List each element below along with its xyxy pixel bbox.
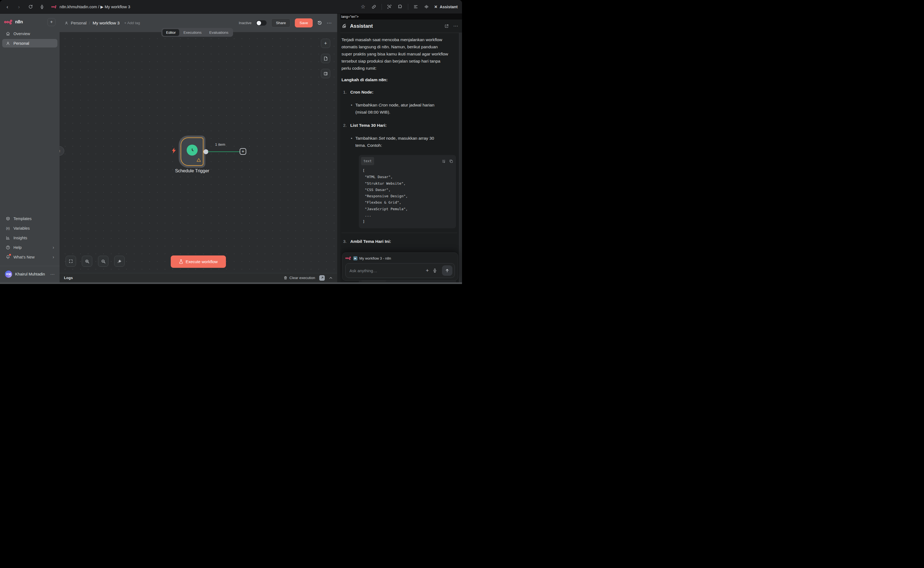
clock-icon: [187, 145, 198, 156]
add-tag-button[interactable]: + Add tag: [124, 21, 140, 25]
titlebar-separator: [381, 4, 382, 10]
screenshot-search-icon[interactable]: [387, 4, 393, 10]
active-status-label: Inactive: [239, 21, 252, 25]
add-node-button[interactable]: +: [321, 39, 330, 48]
sidebar-item-variables[interactable]: (x) Variables: [2, 224, 57, 233]
fit-view-button[interactable]: [66, 256, 76, 267]
bullet-text: Tambahkan: [355, 136, 378, 140]
assistant-step: 2. List Tema 30 Hari:: [342, 122, 457, 129]
bullet-em: Cron: [378, 103, 388, 107]
sidebar-item-personal[interactable]: Personal: [2, 39, 57, 47]
back-icon[interactable]: ‹: [5, 4, 11, 10]
zoom-out-button[interactable]: [98, 256, 109, 267]
breadcrumb-project[interactable]: Personal: [71, 21, 86, 25]
sidebar-item-templates[interactable]: Templates: [2, 214, 57, 223]
assistant-menu-icon[interactable]: ⋯: [453, 23, 458, 29]
user-menu[interactable]: KM Khairul Muhtadin ⋯: [2, 269, 57, 279]
tab-evaluations[interactable]: Evaluations: [206, 29, 232, 36]
n8n-favicon: [51, 4, 57, 10]
code-content[interactable]: [ "HTML Dasar", "Struktur Website", "CSS…: [359, 166, 456, 228]
connection-line: [208, 151, 240, 152]
assistant-scrollbar[interactable]: [459, 33, 462, 282]
sidebar-item-label: Help: [14, 245, 22, 250]
sidebar-item-insights[interactable]: Insights: [2, 234, 57, 242]
sidebar-item-label: What’s New: [14, 255, 35, 259]
toggle-panel-button[interactable]: [321, 69, 330, 78]
open-in-new-icon[interactable]: [445, 24, 449, 28]
flask-icon: [179, 259, 183, 264]
sidebar-item-whats-new[interactable]: What’s New ›: [2, 253, 57, 261]
address-bar[interactable]: n8n.khmuhtadin.com / ▶ My workflow 3: [51, 4, 130, 10]
wrap-lines-icon[interactable]: [442, 159, 446, 163]
clear-execution-button[interactable]: Clear execution: [284, 276, 315, 280]
send-button[interactable]: [442, 265, 452, 276]
share-button[interactable]: Share: [271, 18, 290, 27]
add-sticky-note-button[interactable]: [321, 54, 330, 63]
arrow-up-icon: [445, 268, 449, 273]
workflow-canvas[interactable]: ‹ +: [60, 32, 337, 273]
logs-bar[interactable]: Logs Clear execution: [60, 273, 337, 282]
node-selection-halo: [179, 136, 205, 168]
tidy-up-icon: [117, 259, 122, 264]
context-chip[interactable]: ▶ My workflow 3 - n8n: [345, 255, 455, 261]
toggle-knob: [257, 21, 261, 25]
user-name: Khairul Muhtadin: [15, 272, 45, 276]
sidebar-item-label: Templates: [14, 216, 32, 221]
assistant-input-box: +: [345, 263, 455, 278]
forward-icon[interactable]: ›: [16, 4, 22, 10]
box-icon: [6, 216, 10, 221]
bookmark-star-icon[interactable]: ☆: [360, 4, 366, 10]
workflow-menu-icon[interactable]: ⋯: [327, 20, 332, 26]
sidebar-item-label: Overview: [14, 32, 30, 36]
tab-executions[interactable]: Executions: [180, 29, 205, 36]
reload-icon[interactable]: [27, 4, 33, 10]
add-connected-node-button[interactable]: +: [240, 148, 246, 155]
tab-editor[interactable]: Editor: [162, 29, 179, 36]
bullet-text: Tambahkan: [355, 103, 378, 107]
sidebar-collapse-handle[interactable]: ‹: [60, 146, 64, 156]
node-schedule-trigger[interactable]: [181, 137, 203, 166]
home-icon: [6, 31, 10, 36]
breadcrumb-separator: /: [89, 21, 90, 25]
copy-link-icon[interactable]: [371, 4, 377, 10]
sidebar-item-label: Variables: [14, 226, 30, 231]
tidy-up-button[interactable]: [114, 256, 125, 267]
voice-waveform-icon[interactable]: [423, 4, 429, 10]
page-scrollbar-gutter[interactable]: [337, 14, 340, 282]
attach-plus-icon[interactable]: +: [426, 267, 429, 273]
microphone-icon[interactable]: [433, 268, 437, 273]
microphone-icon[interactable]: [39, 4, 45, 10]
active-toggle[interactable]: [256, 20, 267, 26]
sidebar-item-help[interactable]: Help ›: [2, 243, 57, 252]
new-workflow-button[interactable]: +: [47, 18, 56, 26]
open-logs-popout-icon[interactable]: [319, 275, 325, 281]
save-button[interactable]: Save: [295, 18, 313, 27]
assistant-toggle-button[interactable]: ✕ Assistant: [434, 5, 458, 9]
bullet-icon: •: [351, 135, 352, 149]
workflow-title[interactable]: My workflow 3: [92, 21, 119, 26]
reader-mode-icon[interactable]: [413, 4, 419, 10]
dom-overlay-text: lang="en">: [340, 15, 358, 19]
user-options-icon[interactable]: ⋯: [50, 272, 54, 277]
n8n-logo[interactable]: n8n: [4, 20, 23, 24]
execute-workflow-button[interactable]: Execute workflow: [171, 255, 226, 268]
sidebar-item-overview[interactable]: Overview: [2, 29, 57, 38]
sidebar-item-label: Insights: [14, 236, 27, 240]
zoom-out-icon: [101, 259, 106, 264]
assistant-input[interactable]: [349, 268, 426, 273]
help-circle-icon: [6, 245, 10, 250]
zoom-in-button[interactable]: [82, 256, 92, 267]
step-number: 1.: [342, 89, 348, 96]
copy-icon[interactable]: [449, 159, 453, 163]
history-icon[interactable]: [317, 20, 322, 26]
assistant-panel: lang="en"> Assistant ⋯ Terjadi masalah s…: [340, 14, 462, 282]
chevron-up-icon[interactable]: [329, 276, 333, 280]
extensions-puzzle-icon[interactable]: [397, 4, 403, 10]
plus-icon: +: [324, 41, 327, 46]
workflow-play-icon: ▶: [353, 256, 357, 260]
person-icon: [6, 41, 10, 45]
main-area: Personal / My workflow 3 + Add tag Inact…: [60, 14, 337, 282]
trash-icon: [284, 276, 287, 280]
brand-label: n8n: [15, 20, 23, 24]
chevron-right-icon: ›: [53, 245, 54, 250]
